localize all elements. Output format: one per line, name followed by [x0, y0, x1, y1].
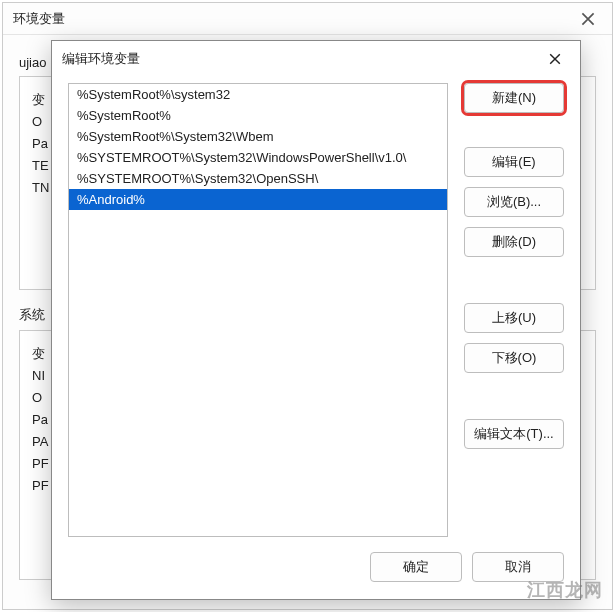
path-list-row[interactable]: %SYSTEMROOT%\System32\OpenSSH\: [69, 168, 447, 189]
ok-button[interactable]: 确定: [370, 552, 462, 582]
edit-text-button[interactable]: 编辑文本(T)...: [464, 419, 564, 449]
edit-env-var-dialog: 编辑环境变量 %SystemRoot%\system32%SystemRoot%…: [51, 40, 581, 600]
front-titlebar: 编辑环境变量: [52, 41, 580, 77]
side-button-column: 新建(N) 编辑(E) 浏览(B)... 删除(D) 上移(U) 下移(O) 编…: [464, 83, 564, 537]
edit-button[interactable]: 编辑(E): [464, 147, 564, 177]
path-list-row[interactable]: %SystemRoot%\system32: [69, 84, 447, 105]
dialog-bottom-bar: 确定 取消: [52, 547, 580, 599]
path-list-row[interactable]: %SystemRoot%\System32\Wbem: [69, 126, 447, 147]
dialog-body: %SystemRoot%\system32%SystemRoot%%System…: [52, 77, 580, 547]
back-window-title: 环境变量: [13, 10, 65, 28]
delete-button[interactable]: 删除(D): [464, 227, 564, 257]
close-icon[interactable]: [540, 46, 570, 72]
path-list-row[interactable]: %Android%: [69, 189, 447, 210]
new-button[interactable]: 新建(N): [464, 83, 564, 113]
move-up-button[interactable]: 上移(U): [464, 303, 564, 333]
back-titlebar: 环境变量: [3, 3, 612, 35]
path-list-row[interactable]: %SystemRoot%: [69, 105, 447, 126]
close-icon[interactable]: [574, 7, 602, 31]
path-list-row[interactable]: %SYSTEMROOT%\System32\WindowsPowerShell\…: [69, 147, 447, 168]
move-down-button[interactable]: 下移(O): [464, 343, 564, 373]
dialog-title: 编辑环境变量: [62, 50, 140, 68]
browse-button[interactable]: 浏览(B)...: [464, 187, 564, 217]
path-values-listbox[interactable]: %SystemRoot%\system32%SystemRoot%%System…: [68, 83, 448, 537]
cancel-button[interactable]: 取消: [472, 552, 564, 582]
